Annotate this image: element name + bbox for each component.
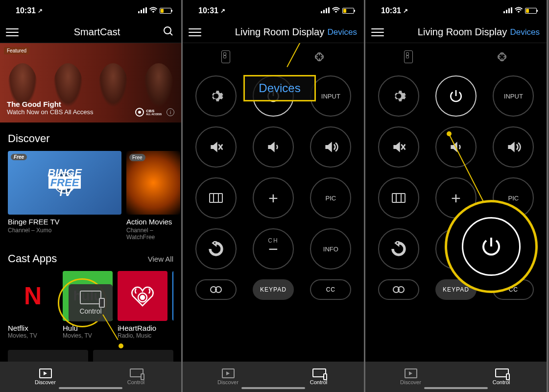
cell-signal-icon: [138, 6, 147, 15]
tab-bar: Discover Control: [365, 362, 547, 392]
tile-subtitle: Channel – Xumo: [8, 227, 121, 234]
cast-apps-title: Cast Apps: [8, 252, 57, 265]
search-button[interactable]: [163, 25, 174, 39]
control-icon: [495, 368, 508, 378]
aspect-icon: [392, 193, 406, 203]
screenshot-1-discover: 10:31 ↗ SmartCast Featured The Good Figh…: [0, 0, 183, 392]
settings-button[interactable]: [195, 75, 237, 117]
status-time: 10:31: [16, 6, 36, 15]
cell-signal-icon: [503, 6, 512, 15]
keypad-button[interactable]: KEYPAD: [253, 279, 294, 300]
status-bar: 10:31↗: [365, 0, 547, 22]
featured-title: The Good Fight: [7, 100, 174, 108]
link-button[interactable]: [195, 279, 237, 300]
app-header: Living Room Display Devices: [365, 22, 547, 43]
svg-rect-8: [321, 11, 322, 13]
power-icon: [462, 217, 521, 276]
home-indicator[interactable]: [241, 387, 305, 389]
app-tile-vudu[interactable]: Vu: [172, 271, 173, 339]
channel-down-button[interactable]: −: [253, 228, 294, 270]
add-device-icon[interactable]: [313, 51, 325, 63]
discover-icon: [39, 368, 52, 378]
app-tile-iheartradio[interactable]: iHeartRadio Radio, Music: [118, 271, 167, 339]
view-all-link[interactable]: View All: [148, 255, 173, 263]
iheartradio-icon: [118, 271, 167, 321]
discover-icon: [405, 368, 417, 378]
location-arrow-icon: ↗: [38, 7, 43, 14]
control-icon: [80, 291, 101, 304]
input-button[interactable]: INPUT: [493, 75, 534, 117]
home-indicator[interactable]: [424, 387, 488, 389]
mute-button[interactable]: [378, 126, 419, 168]
channel-label: CH: [268, 237, 278, 244]
svg-rect-9: [323, 10, 325, 13]
screenshot-3-power: 10:31↗ Living Room Display Devices INPUT…: [365, 0, 548, 392]
input-button[interactable]: INPUT: [310, 75, 351, 117]
vudu-icon: Vu: [172, 271, 173, 321]
aspect-icon: [209, 193, 223, 203]
cell-signal-icon: [321, 6, 330, 15]
app-title: SmartCast: [19, 26, 175, 38]
content-tile[interactable]: [8, 350, 88, 362]
svg-rect-19: [511, 7, 512, 13]
tab-bar: Discover Control: [183, 362, 364, 392]
power-callout: [445, 200, 538, 293]
discover-section-title: Discover: [0, 122, 181, 151]
devices-link[interactable]: Devices: [510, 27, 540, 37]
link-button[interactable]: [378, 279, 419, 300]
power-button[interactable]: [435, 75, 477, 117]
mute-button[interactable]: [195, 126, 237, 168]
volume-down-button[interactable]: [253, 126, 294, 168]
tile-title: Binge FREE TV: [8, 218, 121, 226]
svg-rect-17: [506, 10, 507, 13]
devices-link[interactable]: Devices: [328, 27, 357, 37]
discover-icon: [222, 368, 235, 378]
pic-button[interactable]: PIC: [310, 177, 351, 219]
content-tile[interactable]: Free Action Movies Channel – WatchFree: [126, 151, 180, 241]
home-indicator[interactable]: [59, 387, 122, 389]
netflix-icon: N: [8, 271, 58, 321]
wifi-icon: [149, 6, 158, 15]
wifi-icon: [514, 6, 523, 15]
free-badge: Free: [11, 154, 27, 160]
battery-icon: [342, 8, 354, 14]
svg-rect-18: [508, 8, 510, 13]
menu-button[interactable]: [6, 28, 19, 36]
remote-layout-icon[interactable]: [221, 50, 230, 63]
svg-point-4: [164, 27, 171, 34]
svg-rect-3: [145, 7, 147, 13]
volume-up-button[interactable]: [310, 126, 351, 168]
control-tab-callout: Control: [69, 284, 113, 321]
info-button[interactable]: INFO: [310, 228, 351, 270]
tile-title: Action Movies: [126, 218, 180, 226]
svg-rect-10: [326, 8, 327, 13]
content-tile[interactable]: [93, 350, 173, 362]
aspect-button[interactable]: [378, 177, 419, 219]
app-header: SmartCast: [0, 22, 181, 43]
remote-layout-icon[interactable]: [404, 50, 413, 63]
app-tile-netflix[interactable]: N Netflix Movies, TV: [8, 271, 58, 339]
battery-icon: [160, 8, 171, 14]
back-button[interactable]: [195, 228, 237, 270]
content-tile[interactable]: Free BINGEFREETV Binge FREE TV Channel –…: [8, 151, 121, 241]
menu-button[interactable]: [371, 28, 384, 36]
add-device-icon[interactable]: [496, 51, 508, 63]
aspect-button[interactable]: [195, 177, 237, 219]
status-bar: 10:31 ↗: [0, 0, 181, 22]
svg-rect-2: [143, 8, 144, 13]
settings-button[interactable]: [378, 75, 419, 117]
control-icon: [312, 368, 325, 378]
app-header: Living Room Display Devices: [183, 22, 364, 43]
featured-banner[interactable]: Featured The Good Fight Watch Now on CBS…: [0, 43, 181, 122]
wifi-icon: [332, 6, 340, 15]
cc-button[interactable]: CC: [310, 279, 351, 300]
info-icon[interactable]: i: [167, 108, 174, 116]
channel-up-button[interactable]: +: [253, 177, 294, 219]
control-icon: [130, 368, 143, 378]
menu-button[interactable]: [189, 28, 201, 36]
back-button[interactable]: [378, 228, 419, 270]
callout-dot: [119, 343, 123, 348]
svg-rect-11: [328, 7, 330, 13]
tile-subtitle: Channel – WatchFree: [126, 227, 180, 241]
volume-up-button[interactable]: [493, 126, 534, 168]
